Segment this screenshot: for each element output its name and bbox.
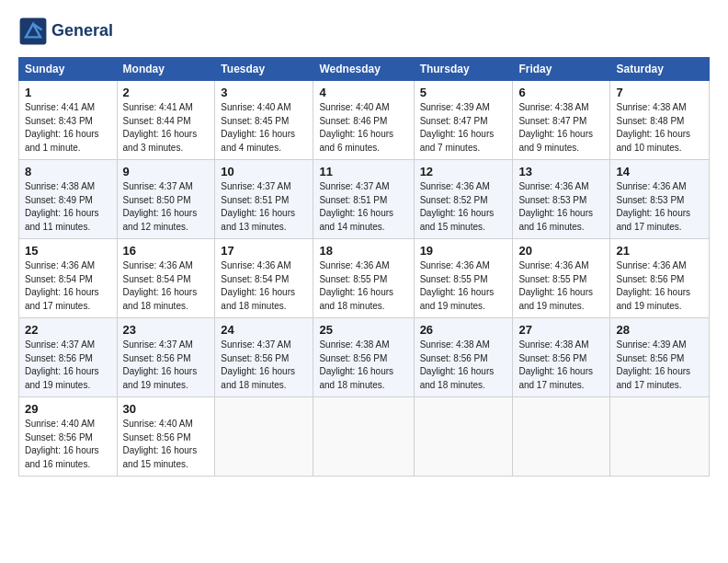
table-row: 14Sunrise: 4:36 AM Sunset: 8:53 PM Dayli… bbox=[610, 160, 710, 239]
table-row: 2Sunrise: 4:41 AM Sunset: 8:44 PM Daylig… bbox=[117, 81, 215, 160]
table-row: 25Sunrise: 4:38 AM Sunset: 8:56 PM Dayli… bbox=[313, 318, 414, 397]
table-row: 3Sunrise: 4:40 AM Sunset: 8:45 PM Daylig… bbox=[215, 81, 313, 160]
table-row: 21Sunrise: 4:36 AM Sunset: 8:56 PM Dayli… bbox=[610, 239, 710, 318]
table-row: 30Sunrise: 4:40 AM Sunset: 8:56 PM Dayli… bbox=[117, 397, 215, 477]
day-info: Sunrise: 4:36 AM Sunset: 8:54 PM Dayligh… bbox=[123, 259, 210, 313]
table-row: 17Sunrise: 4:36 AM Sunset: 8:54 PM Dayli… bbox=[215, 239, 313, 318]
day-number: 5 bbox=[420, 86, 507, 99]
day-info: Sunrise: 4:40 AM Sunset: 8:45 PM Dayligh… bbox=[221, 101, 307, 155]
table-row: 23Sunrise: 4:37 AM Sunset: 8:56 PM Dayli… bbox=[117, 318, 215, 397]
table-row bbox=[513, 397, 610, 477]
day-info: Sunrise: 4:41 AM Sunset: 8:44 PM Dayligh… bbox=[123, 101, 210, 155]
table-row: 22Sunrise: 4:37 AM Sunset: 8:56 PM Dayli… bbox=[19, 318, 118, 397]
day-number: 25 bbox=[319, 323, 407, 337]
day-info: Sunrise: 4:39 AM Sunset: 8:56 PM Dayligh… bbox=[616, 339, 703, 392]
day-number: 3 bbox=[221, 86, 307, 99]
table-row bbox=[215, 397, 313, 477]
col-header-friday: Friday bbox=[513, 58, 610, 81]
table-row: 15Sunrise: 4:36 AM Sunset: 8:54 PM Dayli… bbox=[19, 239, 118, 318]
table-row: 29Sunrise: 4:40 AM Sunset: 8:56 PM Dayli… bbox=[19, 397, 118, 477]
day-info: Sunrise: 4:38 AM Sunset: 8:48 PM Dayligh… bbox=[616, 101, 703, 155]
day-number: 11 bbox=[319, 165, 407, 178]
day-number: 6 bbox=[518, 86, 604, 99]
day-number: 26 bbox=[420, 323, 507, 337]
day-number: 29 bbox=[25, 402, 111, 416]
day-number: 12 bbox=[420, 165, 507, 178]
page: General SundayMondayTuesdayWednesdayThur… bbox=[0, 0, 728, 563]
table-row: 10Sunrise: 4:37 AM Sunset: 8:51 PM Dayli… bbox=[215, 160, 313, 239]
day-number: 19 bbox=[420, 244, 507, 258]
day-number: 7 bbox=[616, 86, 703, 99]
day-info: Sunrise: 4:36 AM Sunset: 8:55 PM Dayligh… bbox=[518, 259, 604, 313]
col-header-saturday: Saturday bbox=[610, 58, 710, 81]
day-info: Sunrise: 4:36 AM Sunset: 8:53 PM Dayligh… bbox=[616, 180, 703, 234]
header: General bbox=[18, 17, 710, 46]
table-row: 13Sunrise: 4:36 AM Sunset: 8:53 PM Dayli… bbox=[513, 160, 610, 239]
day-number: 14 bbox=[616, 165, 703, 178]
day-number: 8 bbox=[25, 165, 111, 178]
calendar-table: SundayMondayTuesdayWednesdayThursdayFrid… bbox=[18, 57, 710, 477]
col-header-monday: Monday bbox=[117, 58, 215, 81]
table-row: 7Sunrise: 4:38 AM Sunset: 8:48 PM Daylig… bbox=[610, 81, 710, 160]
table-row: 4Sunrise: 4:40 AM Sunset: 8:46 PM Daylig… bbox=[313, 81, 414, 160]
day-info: Sunrise: 4:40 AM Sunset: 8:56 PM Dayligh… bbox=[123, 418, 210, 471]
col-header-wednesday: Wednesday bbox=[313, 58, 414, 81]
day-number: 16 bbox=[123, 244, 210, 258]
day-info: Sunrise: 4:39 AM Sunset: 8:47 PM Dayligh… bbox=[420, 101, 507, 155]
table-row: 16Sunrise: 4:36 AM Sunset: 8:54 PM Dayli… bbox=[117, 239, 215, 318]
table-row: 8Sunrise: 4:38 AM Sunset: 8:49 PM Daylig… bbox=[19, 160, 118, 239]
day-info: Sunrise: 4:36 AM Sunset: 8:52 PM Dayligh… bbox=[420, 180, 507, 234]
day-info: Sunrise: 4:40 AM Sunset: 8:56 PM Dayligh… bbox=[25, 418, 111, 471]
day-info: Sunrise: 4:36 AM Sunset: 8:53 PM Dayligh… bbox=[518, 180, 604, 234]
day-info: Sunrise: 4:37 AM Sunset: 8:51 PM Dayligh… bbox=[319, 180, 407, 234]
day-info: Sunrise: 4:36 AM Sunset: 8:55 PM Dayligh… bbox=[420, 259, 507, 313]
day-info: Sunrise: 4:37 AM Sunset: 8:51 PM Dayligh… bbox=[221, 180, 307, 234]
col-header-sunday: Sunday bbox=[19, 58, 118, 81]
day-number: 9 bbox=[123, 165, 210, 178]
day-info: Sunrise: 4:36 AM Sunset: 8:56 PM Dayligh… bbox=[616, 259, 703, 313]
day-info: Sunrise: 4:37 AM Sunset: 8:56 PM Dayligh… bbox=[25, 339, 111, 392]
day-info: Sunrise: 4:38 AM Sunset: 8:56 PM Dayligh… bbox=[420, 339, 507, 392]
col-header-tuesday: Tuesday bbox=[215, 58, 313, 81]
day-number: 1 bbox=[25, 86, 111, 99]
table-row: 9Sunrise: 4:37 AM Sunset: 8:50 PM Daylig… bbox=[117, 160, 215, 239]
day-info: Sunrise: 4:38 AM Sunset: 8:56 PM Dayligh… bbox=[319, 339, 407, 392]
day-info: Sunrise: 4:37 AM Sunset: 8:56 PM Dayligh… bbox=[221, 339, 307, 392]
day-number: 28 bbox=[616, 323, 703, 337]
day-info: Sunrise: 4:38 AM Sunset: 8:49 PM Dayligh… bbox=[25, 180, 111, 234]
day-number: 10 bbox=[221, 165, 307, 178]
day-number: 23 bbox=[123, 323, 210, 337]
day-number: 22 bbox=[25, 323, 111, 337]
day-info: Sunrise: 4:38 AM Sunset: 8:56 PM Dayligh… bbox=[518, 339, 604, 392]
day-number: 17 bbox=[221, 244, 307, 258]
day-info: Sunrise: 4:37 AM Sunset: 8:56 PM Dayligh… bbox=[123, 339, 210, 392]
col-header-thursday: Thursday bbox=[414, 58, 513, 81]
day-number: 20 bbox=[518, 244, 604, 258]
table-row: 18Sunrise: 4:36 AM Sunset: 8:55 PM Dayli… bbox=[313, 239, 414, 318]
table-row: 27Sunrise: 4:38 AM Sunset: 8:56 PM Dayli… bbox=[513, 318, 610, 397]
table-row: 26Sunrise: 4:38 AM Sunset: 8:56 PM Dayli… bbox=[414, 318, 513, 397]
table-row: 24Sunrise: 4:37 AM Sunset: 8:56 PM Dayli… bbox=[215, 318, 313, 397]
day-number: 15 bbox=[25, 244, 111, 258]
table-row: 28Sunrise: 4:39 AM Sunset: 8:56 PM Dayli… bbox=[610, 318, 710, 397]
table-row: 12Sunrise: 4:36 AM Sunset: 8:52 PM Dayli… bbox=[414, 160, 513, 239]
day-number: 30 bbox=[123, 402, 210, 416]
day-info: Sunrise: 4:37 AM Sunset: 8:50 PM Dayligh… bbox=[123, 180, 210, 234]
table-row: 6Sunrise: 4:38 AM Sunset: 8:47 PM Daylig… bbox=[513, 81, 610, 160]
logo-icon bbox=[18, 17, 48, 46]
day-number: 2 bbox=[123, 86, 210, 99]
table-row bbox=[313, 397, 414, 477]
day-info: Sunrise: 4:38 AM Sunset: 8:47 PM Dayligh… bbox=[518, 101, 604, 155]
logo: General bbox=[18, 17, 113, 46]
table-row: 11Sunrise: 4:37 AM Sunset: 8:51 PM Dayli… bbox=[313, 160, 414, 239]
day-info: Sunrise: 4:36 AM Sunset: 8:54 PM Dayligh… bbox=[221, 259, 307, 313]
day-info: Sunrise: 4:36 AM Sunset: 8:54 PM Dayligh… bbox=[25, 259, 111, 313]
table-row: 1Sunrise: 4:41 AM Sunset: 8:43 PM Daylig… bbox=[19, 81, 118, 160]
day-number: 21 bbox=[616, 244, 703, 258]
table-row bbox=[610, 397, 710, 477]
logo-text: General bbox=[51, 22, 113, 40]
day-number: 18 bbox=[319, 244, 407, 258]
table-row bbox=[414, 397, 513, 477]
day-info: Sunrise: 4:40 AM Sunset: 8:46 PM Dayligh… bbox=[319, 101, 407, 155]
table-row: 19Sunrise: 4:36 AM Sunset: 8:55 PM Dayli… bbox=[414, 239, 513, 318]
